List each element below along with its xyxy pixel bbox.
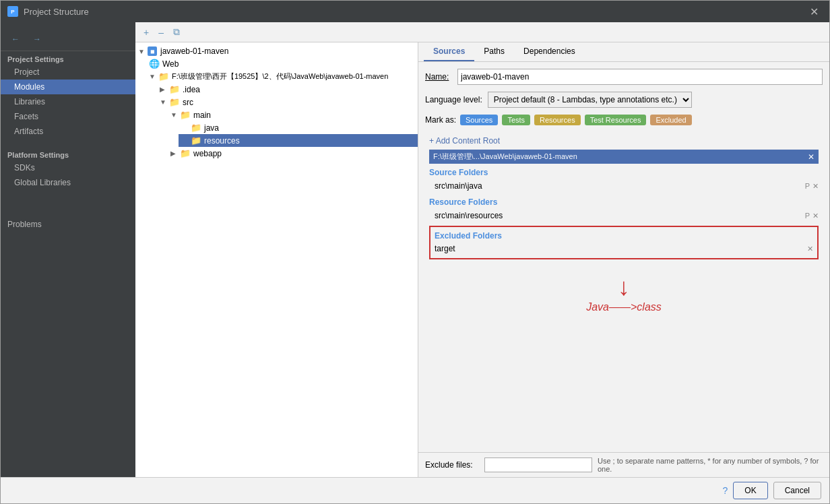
sidebar-item-sdks[interactable]: SDKs [1,160,135,175]
sidebar-nav: ← → [1,28,135,51]
project-structure-dialog: P Project Structure ✕ ← → Project Settin… [0,0,830,504]
source-folder-entry: src\main\java P ✕ [429,180,819,192]
tabs-row: Sources Paths Dependencies [418,42,829,62]
module-icon: ◼ [148,46,157,56]
arrow-annotation-area: ↓ Java——>class [429,259,819,327]
resource-folder-edit-icon[interactable]: P [805,212,810,220]
content-root-panel: + Add Content Root F:\班级管理\...\JavaWeb\j… [425,132,823,331]
chevron-down-icon-main: ▼ [170,111,179,119]
web-icon: 🌐 [149,59,160,69]
tree-item-java[interactable]: 📁 java [179,121,418,134]
sidebar-item-problems[interactable]: Problems [1,217,135,232]
add-content-root-button[interactable]: + Add Content Root [429,136,500,146]
remove-module-button[interactable]: – [156,26,166,39]
resource-folder-remove-icon[interactable]: ✕ [812,212,819,220]
excluded-folder-remove-icon[interactable]: ✕ [807,245,813,253]
java-label: java [204,123,219,133]
content-root-header: + Add Content Root [429,136,819,146]
chevron-down-icon-root: ▼ [149,73,157,80]
tree-item-src[interactable]: ▼ 📁 src [157,96,418,108]
source-folders-label: Source Folders [429,168,819,177]
dialog-buttons: ? OK Cancel [1,477,829,503]
tree-item-resources[interactable]: 📁 resources [179,134,418,147]
chevron-right-icon-idea: ▶ [160,86,168,93]
tree-item-webapp[interactable]: ▶ 📁 webapp [168,147,418,160]
content-root-area: + Add Content Root F:\班级管理\...\JavaWeb\j… [425,132,823,331]
tree-item-web[interactable]: 🌐 Web [146,57,418,70]
bottom-bar: Exclude files: Use ; to separate name pa… [418,452,829,477]
src-label: src [183,98,193,107]
folder-icon-src: 📁 [169,97,180,107]
source-folder-remove-icon[interactable]: ✕ [812,182,819,191]
main-area: + – ⧉ ▼ ◼ javaweb-01-maven 🌐 [135,22,829,477]
excluded-folders-label: Excluded Folders [435,231,813,241]
copy-module-button[interactable]: ⧉ [170,25,183,39]
tree-item-root-folder[interactable]: ▼ 📁 F:\班级管理\西开【19525】\2、代码\JavaWeb\javaw… [146,70,418,83]
name-label: Name: [425,72,452,82]
title-bar: P Project Structure ✕ [1,1,829,22]
back-button[interactable]: ← [6,32,25,46]
module-name: javaweb-01-maven [160,46,228,56]
lang-label: Language level: [425,95,482,104]
exclude-files-hint: Use ; to separate name patterns, * for a… [598,457,823,473]
sidebar-item-global-libraries[interactable]: Global Libraries [1,175,135,190]
root-path-text: F:\班级管理\...\JavaWeb\javaweb-01-maven [433,152,577,162]
chevron-down-icon-src: ▼ [160,98,168,106]
root-folder-label: F:\班级管理\西开【19525】\2、代码\JavaWeb\javaweb-0… [172,71,388,82]
right-panel: Sources Paths Dependencies Name: [418,42,829,477]
excluded-folder-entry: target ✕ [435,243,813,254]
folder-icon-java: 📁 [191,123,201,133]
source-folder-edit-icon[interactable]: P [805,182,810,191]
forward-button[interactable]: → [28,32,46,46]
root-close-button[interactable]: ✕ [808,152,815,162]
tab-sources[interactable]: Sources [424,42,474,61]
add-module-button[interactable]: + [141,26,152,39]
module-root-item[interactable]: ▼ ◼ javaweb-01-maven [135,45,418,57]
project-settings-section: Project Settings [1,51,135,65]
source-folder-path: src\main\java [435,181,482,191]
tree-item-idea[interactable]: ▶ 📁 .idea [157,83,418,96]
tab-dependencies[interactable]: Dependencies [514,42,585,61]
module-toolbar: + – ⧉ [135,22,829,42]
resource-folder-path: src\main\resources [435,211,503,220]
cancel-button[interactable]: Cancel [773,482,821,499]
java-class-annotation: Java——>class [586,301,662,313]
content-area-split: + Add Content Root F:\班级管理\...\JavaWeb\j… [425,132,823,331]
lang-select[interactable]: Project default (8 - Lambdas, type annot… [488,92,692,108]
close-button[interactable]: ✕ [806,4,823,20]
sidebar-item-modules[interactable]: Modules [1,80,135,94]
resources-label: resources [204,136,240,146]
exclude-files-label: Exclude files: [425,460,479,470]
mark-excluded-badge[interactable]: Excluded [650,115,691,125]
mark-sources-badge[interactable]: Sources [460,115,498,125]
exclude-files-input[interactable] [484,458,592,472]
web-label: Web [162,59,179,69]
left-panel: ▼ ◼ javaweb-01-maven 🌐 Web ▼ 📁 F:\ [135,42,418,477]
help-icon[interactable]: ? [723,485,728,496]
excluded-folder-path: target [435,244,455,253]
name-input[interactable] [457,69,823,85]
folder-icon-main: 📁 [180,110,191,120]
mark-resources-badge[interactable]: Resources [534,115,581,125]
source-folder-icons: P ✕ [805,182,819,191]
resource-folder-entry: src\main\resources P ✕ [429,210,819,222]
excluded-folders-section: Excluded Folders target ✕ [429,226,819,259]
main-label: main [193,111,211,120]
idea-label: .idea [183,85,200,94]
module-tree: ▼ ◼ javaweb-01-maven 🌐 Web ▼ 📁 F:\ [135,42,418,477]
sidebar-item-libraries[interactable]: Libraries [1,94,135,109]
ok-button[interactable]: OK [733,482,767,499]
mark-test-resources-badge[interactable]: Test Resources [585,115,647,125]
panel-content: Name: Language level: Project default (8… [418,62,829,452]
folder-icon-root: 📁 [158,71,169,82]
folder-icon-webapp: 📁 [180,148,191,158]
mark-tests-badge[interactable]: Tests [502,115,530,125]
platform-settings-section: Platform Settings [1,147,135,160]
lang-row: Language level: Project default (8 - Lam… [425,92,823,108]
sidebar-item-project[interactable]: Project [1,65,135,80]
sidebar-item-artifacts[interactable]: Artifacts [1,124,135,139]
tree-item-main[interactable]: ▼ 📁 main [168,108,418,121]
sidebar-item-facets[interactable]: Facets [1,109,135,124]
down-arrow-icon: ↓ [443,273,805,301]
tab-paths[interactable]: Paths [474,42,514,61]
